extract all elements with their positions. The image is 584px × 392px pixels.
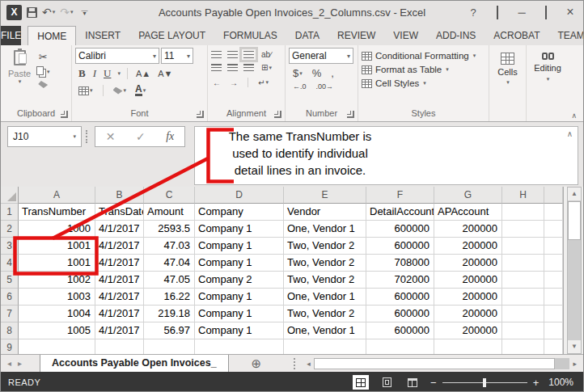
- column-header-filler[interactable]: [544, 187, 563, 204]
- italic-button[interactable]: I: [91, 67, 98, 80]
- cell-styles-button[interactable]: Cell Styles▾: [362, 78, 485, 88]
- tab-review[interactable]: REVIEW: [328, 26, 384, 45]
- conditional-formatting-button[interactable]: Conditional Formatting▾: [362, 51, 485, 61]
- zoom-out-icon[interactable]: −: [430, 377, 437, 389]
- excel-app-icon[interactable]: X: [6, 5, 22, 20]
- tab-acrobat[interactable]: ACROBAT: [485, 26, 548, 45]
- font-name-combo[interactable]: Calibri▾: [75, 48, 159, 64]
- cell-h3[interactable]: [502, 238, 544, 255]
- percent-style-button[interactable]: %: [311, 67, 324, 79]
- row-header-6[interactable]: 6: [1, 289, 19, 306]
- tab-team[interactable]: TEAM: [548, 26, 584, 45]
- name-box[interactable]: J10▾: [7, 126, 82, 147]
- tab-data[interactable]: DATA: [286, 26, 328, 45]
- cell-d9[interactable]: [195, 339, 284, 354]
- bold-button[interactable]: B: [77, 67, 87, 80]
- cell-d1[interactable]: Company: [195, 204, 284, 221]
- horizontal-scroll-thumb[interactable]: [314, 358, 556, 369]
- tab-page-layout[interactable]: PAGE LAYOUT: [129, 26, 214, 45]
- select-all-corner[interactable]: [1, 187, 19, 204]
- align-left-icon[interactable]: [211, 64, 222, 71]
- cell-g9[interactable]: [434, 339, 502, 354]
- page-break-view-button[interactable]: [404, 375, 421, 390]
- cell-a9[interactable]: [19, 339, 95, 354]
- cell-a2[interactable]: 1000: [19, 221, 95, 238]
- cell-f9[interactable]: [366, 339, 434, 354]
- cell-b7[interactable]: 4/1/2017: [95, 306, 144, 322]
- name-box-dropdown-icon[interactable]: ▾: [73, 133, 76, 140]
- tab-home[interactable]: HOME: [28, 26, 76, 45]
- cell-x2[interactable]: [544, 221, 563, 238]
- cell-h8[interactable]: [502, 322, 544, 339]
- scroll-up-icon[interactable]: ▲: [568, 188, 581, 200]
- insert-function-icon[interactable]: fx: [166, 130, 174, 143]
- cell-e4[interactable]: Two, Vendor 2: [284, 255, 366, 272]
- cell-b6[interactable]: 4/1/2017: [95, 289, 144, 306]
- cell-f5[interactable]: 702000: [366, 272, 434, 289]
- cell-d4[interactable]: Company 1: [195, 255, 284, 272]
- undo-dropdown-icon[interactable]: ▾: [53, 9, 56, 15]
- cell-c9[interactable]: [144, 339, 195, 354]
- cell-x7[interactable]: [544, 306, 563, 322]
- increase-indent-button[interactable]: →: [228, 78, 239, 87]
- cell-a8[interactable]: 1005: [19, 322, 95, 339]
- tab-formulas[interactable]: FORMULAS: [214, 26, 286, 45]
- row-header-3[interactable]: 3: [1, 238, 19, 255]
- cell-h9[interactable]: [502, 339, 544, 354]
- row-header-2[interactable]: 2: [1, 221, 19, 238]
- cell-h5[interactable]: [502, 272, 544, 289]
- cell-g2[interactable]: 200000: [434, 221, 502, 238]
- cell-a6[interactable]: 1003: [19, 289, 95, 306]
- align-center-icon[interactable]: [227, 64, 238, 71]
- comma-style-button[interactable]: ,: [329, 67, 336, 79]
- new-sheet-icon[interactable]: ⊕: [252, 356, 262, 371]
- confirm-entry-icon[interactable]: ✓: [136, 130, 146, 143]
- cell-f3[interactable]: 600000: [366, 238, 434, 255]
- cell-f8[interactable]: 600000: [366, 322, 434, 339]
- vertical-scroll-thumb[interactable]: [568, 201, 581, 240]
- paste-button[interactable]: Paste ▾: [4, 48, 35, 107]
- next-sheet-icon[interactable]: ▸: [18, 359, 28, 368]
- tab-insert[interactable]: INSERT: [76, 26, 129, 45]
- cell-a7[interactable]: 1004: [19, 306, 95, 322]
- row-header-7[interactable]: 7: [1, 306, 19, 322]
- cell-d8[interactable]: Company 1: [195, 322, 284, 339]
- vertical-scrollbar[interactable]: ▲ ▼: [563, 187, 584, 354]
- column-header-c[interactable]: C: [144, 187, 195, 204]
- close-button[interactable]: ×: [564, 5, 577, 19]
- cell-d7[interactable]: Company 1: [195, 306, 284, 322]
- cell-c8[interactable]: 56.97: [144, 322, 195, 339]
- cell-x8[interactable]: [544, 322, 563, 339]
- column-header-b[interactable]: B: [95, 187, 144, 204]
- cell-e2[interactable]: One, Vendor 1: [284, 221, 366, 238]
- cell-b2[interactable]: 4/1/2017: [95, 221, 144, 238]
- cell-e7[interactable]: Two, Vendor 2: [284, 306, 366, 322]
- cell-e8[interactable]: One, Vendor 1: [284, 322, 366, 339]
- number-format-combo[interactable]: General▾: [289, 48, 353, 64]
- column-header-a[interactable]: A: [19, 187, 95, 204]
- cell-g3[interactable]: 200000: [434, 238, 502, 255]
- font-color-button[interactable]: A▾: [133, 85, 147, 96]
- row-header-4[interactable]: 4: [1, 255, 19, 272]
- cell-a4[interactable]: 1001: [19, 255, 95, 272]
- cell-e1[interactable]: Vendor: [284, 204, 366, 221]
- orientation-button[interactable]: ab∕: [260, 50, 273, 59]
- column-header-d[interactable]: D: [195, 187, 284, 204]
- cell-c4[interactable]: 47.04: [144, 255, 195, 272]
- cell-g6[interactable]: 200000: [434, 289, 502, 306]
- decrease-font-button[interactable]: A▼: [156, 69, 174, 78]
- expand-formula-bar-icon[interactable]: ∧: [567, 129, 573, 138]
- row-header-5[interactable]: 5: [1, 272, 19, 289]
- zoom-in-icon[interactable]: +: [533, 377, 540, 389]
- underline-dropdown-icon[interactable]: ▾: [117, 70, 121, 77]
- cell-d6[interactable]: Company 1: [195, 289, 284, 306]
- editing-button[interactable]: Editing ▾: [530, 48, 565, 107]
- save-button[interactable]: [27, 7, 37, 18]
- row-header-9[interactable]: 9: [1, 339, 19, 354]
- cell-g7[interactable]: 200000: [434, 306, 502, 322]
- zoom-slider-thumb[interactable]: [483, 378, 486, 387]
- page-layout-view-button[interactable]: [379, 375, 395, 390]
- cell-c7[interactable]: 219.18: [144, 306, 195, 322]
- cancel-entry-icon[interactable]: ✕: [106, 130, 116, 143]
- wrap-text-button[interactable]: ↵▾: [256, 78, 270, 87]
